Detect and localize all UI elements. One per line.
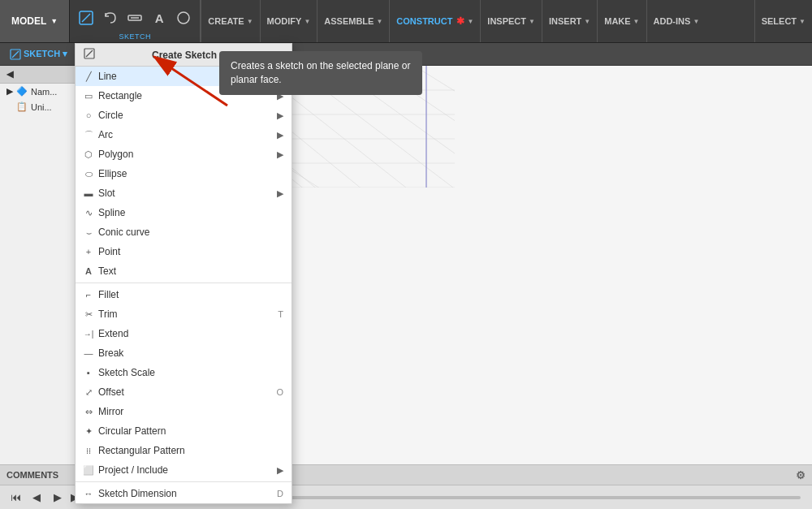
construct-star: ✱ (456, 15, 464, 27)
menu-item-extend[interactable]: →| Extend (76, 324, 292, 343)
menu-item-circle[interactable]: ○ Circle ▶ (76, 106, 292, 125)
inspect-arrow-icon: ▼ (529, 18, 535, 25)
sketch-icons: A (70, 6, 200, 32)
sketch-toolbar-label: SKETCH ▾ (24, 49, 67, 59)
sketch-pencil-icon[interactable] (75, 6, 97, 29)
menu-item-sketchscale[interactable]: ▪ Sketch Scale (76, 363, 292, 382)
menu-item-offset-label: Offset (98, 386, 124, 398)
play-prev-button[interactable]: ◀ (28, 489, 45, 507)
browser-item-icon: 🔷 (16, 86, 28, 97)
menu-item-circular[interactable]: ✦ Circular Pattern (76, 421, 292, 441)
addins-menu-button[interactable]: ADD-INS ▼ (646, 0, 706, 42)
menu-item-text[interactable]: A Text (76, 261, 292, 281)
inspect-label: INSPECT (487, 16, 526, 26)
construct-menu-button[interactable]: CONSTRUCT ✱ ▼ (389, 0, 480, 42)
menu-item-slot[interactable]: ▬ Slot ▶ (76, 183, 292, 203)
menu-item-dimension[interactable]: ↔ Sketch Dimension D (76, 484, 292, 503)
menu-item-mirror[interactable]: ⇔ Mirror (76, 402, 292, 421)
circular-menu-icon: ✦ (82, 426, 95, 437)
assemble-menu-button[interactable]: ASSEMBLE ▼ (317, 0, 389, 42)
construct-arrow-icon: ▼ (467, 18, 473, 25)
circle-submenu-arrow: ▶ (277, 110, 283, 121)
browser-item-label2: Uni... (31, 102, 52, 112)
modify-menu-button[interactable]: MODIFY ▼ (260, 0, 317, 42)
make-label: MAKE (604, 16, 630, 26)
comments-label: COMMENTS (6, 470, 58, 480)
menu-item-point-label: Point (98, 246, 120, 257)
insert-menu-button[interactable]: INSERT ▼ (542, 0, 597, 42)
undo-icon[interactable] (99, 6, 122, 29)
menu-item-conic[interactable]: ⌣ Conic curve (76, 222, 292, 242)
menu-item-rectangular[interactable]: ⁞⁞ Rectangular Pattern (76, 441, 292, 460)
menu-item-ellipse[interactable]: ⬭ Ellipse (76, 164, 292, 183)
select-menu-button[interactable]: SELECT ▼ (754, 0, 812, 42)
line-tool-icon[interactable] (123, 6, 146, 29)
select-arrow-icon: ▼ (799, 18, 806, 25)
inspect-menu-button[interactable]: INSPECT ▼ (480, 0, 542, 42)
extend-menu-icon: →| (82, 330, 95, 339)
insert-label: INSERT (549, 16, 581, 26)
sketch-icon (10, 49, 21, 60)
trim-menu-icon: ✂ (82, 309, 95, 320)
menu-item-rectangle-label: Rectangle (98, 90, 142, 101)
menu-item-break[interactable]: — Break (76, 343, 292, 363)
separator-1 (76, 283, 292, 283)
menu-item-ellipse-label: Ellipse (98, 168, 127, 179)
sketchscale-menu-icon: ▪ (82, 368, 95, 377)
menu-item-arc[interactable]: ⌒ Arc ▶ (76, 125, 292, 145)
menu-item-trim[interactable]: ✂ Trim T (76, 304, 292, 324)
main-toolbar: MODEL ▼ A SKETCH CREATE ▼ MODIFY (0, 0, 812, 43)
canvas-area[interactable] (211, 66, 812, 464)
menu-item-offset[interactable]: ⤢ Offset O (76, 382, 292, 402)
conic-menu-icon: ⌣ (82, 227, 95, 238)
dimension-shortcut: D (277, 489, 283, 498)
text-icon[interactable]: A (148, 6, 171, 29)
modify-arrow-icon: ▼ (304, 18, 310, 25)
dimension-menu-icon: ↔ (82, 489, 95, 498)
model-label: MODEL (11, 15, 46, 27)
rectangle-menu-icon: ▭ (82, 91, 95, 101)
modify-label: MODIFY (267, 16, 302, 26)
menu-item-point[interactable]: + Point (76, 242, 292, 261)
model-menu-button[interactable]: MODEL ▼ (0, 0, 70, 42)
separator-2 (76, 481, 292, 482)
tooltip: Creates a sketch on the selected plane o… (219, 51, 422, 95)
svg-line-83 (86, 50, 93, 57)
menu-item-circle-label: Circle (98, 110, 123, 121)
play-start-button[interactable]: ⏮ (6, 489, 24, 507)
polygon-submenu-arrow: ▶ (277, 149, 283, 160)
menu-item-slot-label: Slot (98, 188, 115, 199)
menu-item-mirror-label: Mirror (98, 406, 123, 417)
menu-item-rectangular-label: Rectangular Pattern (98, 445, 185, 456)
sketch-group-label: SKETCH (119, 32, 152, 42)
offset-shortcut: O (276, 387, 283, 397)
arc-menu-icon: ⌒ (82, 129, 95, 141)
menu-item-polygon[interactable]: ⬡ Polygon ▶ (76, 145, 292, 164)
comments-gear-icon[interactable]: ⚙ (796, 469, 806, 481)
slot-submenu-arrow: ▶ (277, 188, 283, 199)
ellipse-menu-icon: ⬭ (82, 169, 95, 179)
menu-item-text-label: Text (98, 265, 116, 277)
circle-icon[interactable] (172, 6, 195, 29)
rectangular-menu-icon: ⁞⁞ (82, 446, 95, 455)
addins-arrow-icon: ▼ (693, 18, 699, 25)
text-menu-icon: A (82, 266, 95, 276)
play-play-button[interactable]: ▶ (49, 489, 67, 507)
menu-item-circular-label: Circular Pattern (98, 425, 166, 437)
menu-item-spline[interactable]: ∿ Spline (76, 203, 292, 222)
create-arrow-icon: ▼ (247, 18, 253, 25)
menu-item-fillet[interactable]: ⌐ Fillet (76, 285, 292, 304)
top-menus: CREATE ▼ MODIFY ▼ ASSEMBLE ▼ CONSTRUCT ✱… (201, 0, 812, 42)
line-menu-icon: ╱ (82, 71, 95, 82)
point-menu-icon: + (82, 247, 95, 257)
menu-item-arc-label: Arc (98, 129, 113, 140)
sketch-active-label: SKETCH ▾ (3, 49, 74, 60)
circle-menu-icon: ○ (82, 110, 95, 120)
svg-point-4 (178, 12, 189, 24)
mirror-menu-icon: ⇔ (82, 407, 95, 417)
menu-item-conic-label: Conic curve (98, 226, 149, 238)
create-menu-button[interactable]: CREATE ▼ (201, 0, 259, 42)
menu-item-project[interactable]: ⬜ Project / Include ▶ (76, 460, 292, 480)
make-menu-button[interactable]: MAKE ▼ (597, 0, 646, 42)
spline-menu-icon: ∿ (82, 208, 95, 218)
